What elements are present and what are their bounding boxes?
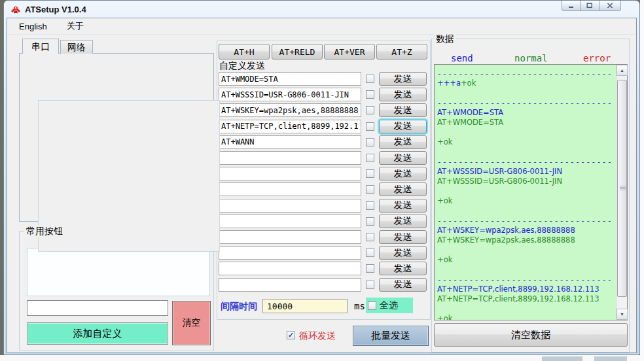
command-input[interactable] [219,246,361,260]
select-all-container: 全选 [366,298,413,313]
command-input[interactable] [219,135,361,149]
taskbar-item [542,356,582,361]
data-log: ----------------------------------------… [434,64,628,320]
loop-send-checkbox[interactable] [287,331,295,339]
command-input[interactable] [219,230,361,244]
log-line: AT+WSSSID=USR-G806-0011-JIN [437,167,613,177]
menu-item-english[interactable]: English [19,22,47,31]
send-button[interactable]: 发送 [379,151,427,165]
command-row-checkbox[interactable] [366,201,374,210]
command-row-checkbox[interactable] [366,185,374,194]
log-line: +ok [437,255,613,265]
log-line: AT+WMODE=STA [437,108,613,118]
log-line: AT+WMODE=STA [437,118,613,128]
command-input[interactable] [219,182,361,196]
menu-bar: English关于 [7,18,636,35]
command-row-checkbox[interactable] [366,264,374,273]
app-window: ATSetup V1.0.4 English关于 串口网络 串口号 COM39 … [3,0,640,355]
log-separator: ----------------------------------------… [437,216,613,226]
send-button[interactable]: 发送 [379,215,427,228]
command-row-checkbox[interactable] [366,122,374,131]
command-input[interactable] [219,215,361,228]
scrollbar-grip-icon [620,186,626,191]
command-row-checkbox[interactable] [366,233,374,241]
quick-button-at-reld[interactable]: AT+RELD [272,44,323,60]
send-button[interactable]: 发送 [379,167,427,180]
command-row-checkbox[interactable] [366,138,374,146]
close-icon [607,3,613,9]
command-row-checkbox[interactable] [366,281,374,289]
app-icon [10,4,21,14]
data-title: 数据 [434,33,456,45]
command-input[interactable] [219,151,361,165]
legend-normal: normal [514,53,548,63]
send-button[interactable]: 发送 [379,182,427,196]
batch-send-button[interactable]: 批量发送 [353,326,429,346]
quick-button-at-h[interactable]: AT+H [219,44,270,60]
tab-network[interactable]: 网络 [60,40,93,54]
command-input[interactable] [219,167,361,180]
log-blank-line [437,88,613,98]
send-button[interactable]: 发送 [379,262,427,275]
command-input[interactable] [219,120,361,133]
scroll-up-icon[interactable]: ▲ [617,65,628,76]
command-row-checkbox[interactable] [366,106,374,114]
add-custom-button[interactable]: 添加自定义 [27,322,168,345]
command-input[interactable] [219,199,361,213]
command-row-checkbox[interactable] [366,154,374,162]
interval-unit: ms [354,301,365,311]
window-title: ATSetup V1.0.4 [25,5,86,14]
send-button[interactable]: 发送 [379,199,427,213]
log-line: AT+NETP=TCP,client,8899,192.168.12.113 [437,284,613,294]
command-input[interactable] [219,103,361,117]
send-button[interactable]: 发送 [379,103,427,117]
clear-data-button[interactable]: 清空数据 [434,323,628,347]
log-line: +ok [437,196,613,206]
command-input[interactable] [219,278,361,292]
log-content: ----------------------------------------… [435,65,616,320]
minimize-button[interactable] [562,1,581,11]
send-button[interactable]: 发送 [379,278,427,292]
send-button[interactable]: 发送 [379,88,427,101]
command-row-checkbox[interactable] [366,169,374,178]
command-row-checkbox[interactable] [366,75,374,83]
legend-send: send [451,53,473,63]
scroll-down-icon[interactable]: ▼ [617,309,628,320]
interval-input[interactable] [262,299,348,313]
serial-tab-panel [19,53,214,222]
log-blank-line [437,147,613,157]
command-row-checkbox[interactable] [366,90,374,99]
send-button[interactable]: 发送 [379,135,427,149]
command-row-checkbox[interactable] [366,249,374,257]
menu-item-about[interactable]: 关于 [67,20,84,32]
log-separator: ----------------------------------------… [437,157,613,167]
send-button[interactable]: 发送 [379,120,427,133]
log-line: +++a+ok [437,78,613,88]
log-blank-line [437,186,613,196]
send-button[interactable]: 发送 [379,230,427,244]
desktop: ATSetup V1.0.4 English关于 串口网络 串口号 COM39 … [0,0,644,361]
clear-button[interactable]: 清空 [172,301,211,345]
loop-send-label: 循环发送 [299,330,336,342]
tab-serial[interactable]: 串口 [22,39,59,54]
log-line: +ok [437,137,613,147]
maximize-button[interactable] [581,1,599,11]
minimize-icon [568,3,575,9]
close-button[interactable] [599,1,621,11]
select-all-checkbox[interactable] [368,301,376,310]
quick-button-at-ver[interactable]: AT+VER [324,44,375,60]
command-row-checkbox[interactable] [366,217,374,226]
log-line: AT+WSSSID=USR-G806-0011-JIN [437,177,613,186]
custom-command-input[interactable] [27,300,168,316]
command-input[interactable] [219,262,361,275]
log-blank-line [437,265,613,275]
command-input[interactable] [219,88,361,101]
send-button[interactable]: 发送 [379,72,427,86]
log-scrollbar[interactable]: ▲ ▼ [616,65,627,320]
send-button[interactable]: 发送 [379,246,427,260]
common-buttons-title: 常用按钮 [24,226,65,237]
quick-button-at-z[interactable]: AT+Z [376,44,427,60]
log-line: AT+WSKEY=wpa2psk,aes,88888888 [437,226,613,235]
scrollbar-thumb[interactable] [617,80,627,297]
command-input[interactable] [219,72,361,86]
